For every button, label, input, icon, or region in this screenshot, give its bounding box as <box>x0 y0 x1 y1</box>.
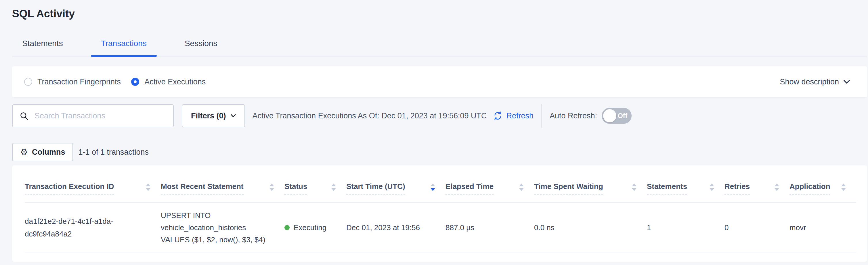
tab-statements[interactable]: Statements <box>12 38 73 56</box>
column-header-elapsed-time[interactable]: Elapsed Time <box>445 165 534 202</box>
toggle-knob-icon <box>603 109 616 123</box>
column-label: Most Recent Statement <box>161 182 244 194</box>
column-label: Transaction Execution ID <box>25 182 114 194</box>
radio-transaction-fingerprints[interactable]: Transaction Fingerprints <box>24 78 121 86</box>
sql-activity-page: SQL Activity Statements Transactions Ses… <box>0 7 868 265</box>
statements-count-cell: 1 <box>647 202 724 253</box>
radio-active-executions[interactable]: Active Executions <box>131 78 206 86</box>
start-time-cell: Dec 01, 2023 at 19:56 <box>346 202 445 253</box>
column-header-application[interactable]: Application <box>789 165 856 202</box>
auto-refresh-toggle[interactable]: Off <box>602 108 631 124</box>
status-cell: Executing <box>284 223 338 232</box>
columns-button-label: Columns <box>32 148 65 157</box>
sort-arrows-icon-active-desc[interactable] <box>431 184 435 191</box>
show-description-toggle[interactable]: Show description <box>780 78 850 86</box>
column-header-retries[interactable]: Retries <box>724 165 789 202</box>
retries-count-cell: 0 <box>724 202 789 253</box>
results-count: 1-1 of 1 transactions <box>78 148 149 157</box>
transactions-table-card: Transaction Execution ID Most Recent Sta… <box>12 165 867 262</box>
refresh-button[interactable]: Refresh <box>493 111 533 121</box>
toggle-state-label: Off <box>618 112 627 120</box>
gear-icon: ⚙ <box>20 148 28 156</box>
search-input[interactable] <box>12 104 174 127</box>
sort-arrows-icon[interactable] <box>710 184 714 191</box>
vertical-divider <box>541 104 541 128</box>
column-label: Retries <box>724 182 750 194</box>
sort-arrows-icon[interactable] <box>146 184 150 191</box>
table-row[interactable]: da1f21e2-de71-4c1f-a1da-dc9fc94a84a2 UPS… <box>25 202 856 253</box>
tab-bar: Statements Transactions Sessions <box>12 38 867 56</box>
sort-arrows-icon[interactable] <box>270 184 274 191</box>
filters-button-label: Filters (0) <box>191 111 226 121</box>
results-row: ⚙ Columns 1-1 of 1 transactions <box>12 143 867 161</box>
auto-refresh-label: Auto Refresh: <box>550 111 597 121</box>
column-label: Application <box>789 182 830 194</box>
search-transactions-box <box>12 104 174 127</box>
column-header-most-recent-statement[interactable]: Most Recent Statement <box>161 165 284 202</box>
refresh-label: Refresh <box>506 111 533 121</box>
transaction-execution-id-cell: da1f21e2-de71-4c1f-a1da-dc9fc94a84a2 <box>25 215 120 240</box>
sort-arrows-icon[interactable] <box>841 184 846 191</box>
most-recent-statement-cell: UPSERT INTO vehicle_location_histories V… <box>161 209 276 246</box>
page-title: SQL Activity <box>12 7 868 20</box>
status-label: Executing <box>293 223 327 232</box>
column-label: Time Spent Waiting <box>534 182 603 194</box>
time-spent-waiting-cell: 0.0 ns <box>534 202 647 253</box>
radio-unselected-icon <box>24 78 32 86</box>
table-header-row: Transaction Execution ID Most Recent Sta… <box>25 165 856 202</box>
column-header-start-time[interactable]: Start Time (UTC) <box>346 165 445 202</box>
elapsed-time-cell: 887.0 µs <box>445 202 534 253</box>
column-header-transaction-execution-id[interactable]: Transaction Execution ID <box>25 165 161 202</box>
radio-label-active-executions: Active Executions <box>144 78 206 86</box>
sort-arrows-icon[interactable] <box>519 184 524 191</box>
view-mode-card: Transaction Fingerprints Active Executio… <box>12 66 867 97</box>
chevron-down-icon <box>231 114 236 117</box>
show-description-label: Show description <box>780 78 839 86</box>
sort-arrows-icon[interactable] <box>632 184 637 191</box>
column-header-time-spent-waiting[interactable]: Time Spent Waiting <box>534 165 647 202</box>
status-executing-dot-icon <box>284 225 290 230</box>
columns-button[interactable]: ⚙ Columns <box>12 143 73 161</box>
column-label: Status <box>284 182 307 194</box>
column-label: Elapsed Time <box>445 182 494 194</box>
tab-transactions[interactable]: Transactions <box>91 38 157 56</box>
column-header-status[interactable]: Status <box>284 165 346 202</box>
application-cell: movr <box>789 202 856 253</box>
filters-button[interactable]: Filters (0) <box>182 104 245 127</box>
table-controls-row: Filters (0) Active Transaction Execution… <box>12 104 867 127</box>
chevron-down-icon <box>843 80 850 84</box>
refresh-icon <box>493 111 503 121</box>
column-header-statements[interactable]: Statements <box>647 165 724 202</box>
radio-label-transaction-fingerprints: Transaction Fingerprints <box>37 78 121 86</box>
sort-arrows-icon[interactable] <box>331 184 336 191</box>
column-label: Statements <box>647 182 687 194</box>
radio-selected-icon <box>131 78 139 86</box>
search-icon <box>20 111 29 121</box>
column-label: Start Time (UTC) <box>346 182 405 194</box>
as-of-text: Active Transaction Executions As Of: Dec… <box>252 111 487 121</box>
tab-sessions[interactable]: Sessions <box>175 38 227 56</box>
transactions-table: Transaction Execution ID Most Recent Sta… <box>25 165 856 253</box>
sort-arrows-icon[interactable] <box>775 184 779 191</box>
